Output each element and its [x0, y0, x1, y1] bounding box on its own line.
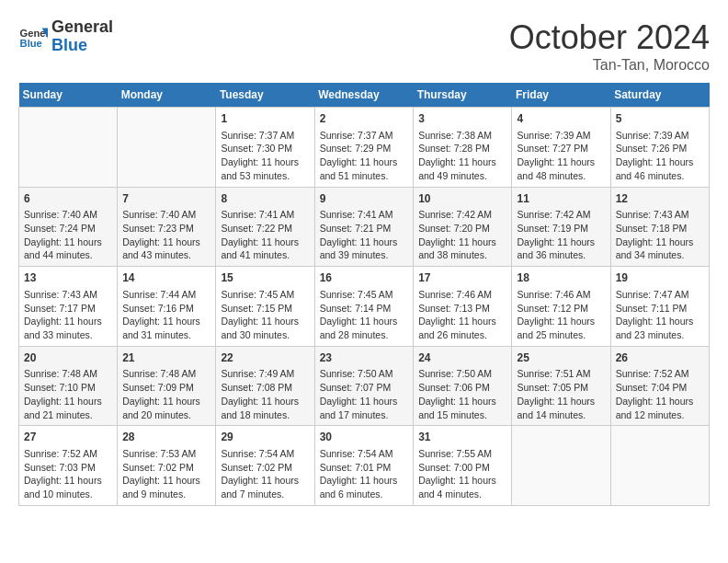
- calendar-week-row: 27 Sunrise: 7:52 AM Sunset: 7:03 PM Dayl…: [19, 426, 710, 506]
- sunrise-text: Sunrise: 7:51 AM: [517, 368, 590, 379]
- sunrise-text: Sunrise: 7:44 AM: [122, 289, 196, 300]
- sunrise-text: Sunrise: 7:45 AM: [320, 289, 393, 300]
- sunset-text: Sunset: 7:29 PM: [320, 143, 392, 154]
- sunrise-text: Sunrise: 7:38 AM: [418, 130, 492, 141]
- day-number: 4: [517, 111, 605, 127]
- weekday-header: Saturday: [610, 83, 709, 108]
- sunset-text: Sunset: 7:03 PM: [24, 462, 96, 473]
- daylight-text: Daylight: 11 hours and 12 minutes.: [616, 396, 694, 420]
- daylight-text: Daylight: 11 hours and 20 minutes.: [122, 396, 200, 420]
- logo-text-general: General: [51, 18, 113, 37]
- sunset-text: Sunset: 7:23 PM: [122, 223, 194, 234]
- calendar-week-row: 1 Sunrise: 7:37 AM Sunset: 7:30 PM Dayli…: [19, 108, 710, 188]
- weekday-header: Tuesday: [216, 83, 314, 108]
- calendar-cell: 17 Sunrise: 7:46 AM Sunset: 7:13 PM Dayl…: [414, 267, 512, 347]
- day-number: 10: [418, 191, 506, 207]
- title-block: October 2024 Tan-Tan, Morocco: [509, 18, 710, 74]
- sunset-text: Sunset: 7:04 PM: [616, 382, 688, 393]
- sunrise-text: Sunrise: 7:41 AM: [221, 209, 294, 220]
- sunset-text: Sunset: 7:08 PM: [221, 382, 292, 393]
- day-number: 1: [221, 111, 309, 127]
- day-number: 31: [418, 430, 506, 445]
- sunrise-text: Sunrise: 7:47 AM: [616, 289, 689, 300]
- daylight-text: Daylight: 11 hours and 51 minutes.: [320, 156, 398, 181]
- svg-text:Blue: Blue: [20, 38, 42, 49]
- sunset-text: Sunset: 7:28 PM: [418, 143, 490, 154]
- calendar-cell: 7 Sunrise: 7:40 AM Sunset: 7:23 PM Dayli…: [118, 187, 216, 267]
- calendar-cell: 24 Sunrise: 7:50 AM Sunset: 7:06 PM Dayl…: [414, 346, 512, 426]
- day-number: 11: [517, 191, 605, 207]
- sunrise-text: Sunrise: 7:37 AM: [221, 130, 294, 141]
- day-number: 30: [320, 430, 409, 445]
- daylight-text: Daylight: 11 hours and 41 minutes.: [221, 236, 299, 261]
- daylight-text: Daylight: 11 hours and 9 minutes.: [122, 475, 200, 500]
- calendar-cell: 8 Sunrise: 7:41 AM Sunset: 7:22 PM Dayli…: [216, 187, 314, 267]
- day-number: 17: [418, 270, 506, 286]
- daylight-text: Daylight: 11 hours and 30 minutes.: [221, 316, 299, 340]
- sunrise-text: Sunrise: 7:49 AM: [221, 368, 294, 379]
- calendar-cell: [610, 426, 709, 506]
- day-number: 19: [616, 270, 704, 286]
- daylight-text: Daylight: 11 hours and 34 minutes.: [616, 236, 694, 261]
- daylight-text: Daylight: 11 hours and 25 minutes.: [517, 316, 595, 340]
- weekday-header: Sunday: [19, 83, 118, 108]
- daylight-text: Daylight: 11 hours and 17 minutes.: [320, 396, 398, 420]
- sunset-text: Sunset: 7:17 PM: [24, 303, 96, 314]
- calendar-week-row: 6 Sunrise: 7:40 AM Sunset: 7:24 PM Dayli…: [19, 187, 710, 267]
- calendar-cell: 9 Sunrise: 7:41 AM Sunset: 7:21 PM Dayli…: [314, 187, 414, 267]
- calendar-cell: 5 Sunrise: 7:39 AM Sunset: 7:26 PM Dayli…: [610, 108, 709, 188]
- day-number: 25: [517, 350, 605, 366]
- calendar-table: SundayMondayTuesdayWednesdayThursdayFrid…: [18, 83, 710, 506]
- day-number: 28: [122, 430, 210, 445]
- sunrise-text: Sunrise: 7:50 AM: [418, 368, 492, 379]
- daylight-text: Daylight: 11 hours and 31 minutes.: [122, 316, 200, 340]
- daylight-text: Daylight: 11 hours and 53 minutes.: [221, 156, 299, 181]
- sunset-text: Sunset: 7:00 PM: [418, 462, 490, 473]
- day-number: 15: [221, 270, 309, 286]
- calendar-cell: 30 Sunrise: 7:54 AM Sunset: 7:01 PM Dayl…: [314, 426, 414, 506]
- daylight-text: Daylight: 11 hours and 21 minutes.: [24, 396, 102, 420]
- sunrise-text: Sunrise: 7:39 AM: [517, 130, 590, 141]
- sunrise-text: Sunrise: 7:45 AM: [221, 289, 294, 300]
- calendar-cell: [512, 426, 610, 506]
- daylight-text: Daylight: 11 hours and 10 minutes.: [24, 475, 102, 500]
- sunset-text: Sunset: 7:12 PM: [517, 303, 588, 314]
- calendar-cell: 6 Sunrise: 7:40 AM Sunset: 7:24 PM Dayli…: [19, 187, 118, 267]
- calendar-cell: 28 Sunrise: 7:53 AM Sunset: 7:02 PM Dayl…: [118, 426, 216, 506]
- day-number: 9: [320, 191, 409, 207]
- weekday-header: Wednesday: [314, 83, 414, 108]
- daylight-text: Daylight: 11 hours and 44 minutes.: [24, 236, 102, 261]
- sunset-text: Sunset: 7:14 PM: [320, 303, 392, 314]
- calendar-week-row: 13 Sunrise: 7:43 AM Sunset: 7:17 PM Dayl…: [19, 267, 710, 347]
- sunset-text: Sunset: 7:30 PM: [221, 143, 292, 154]
- sunrise-text: Sunrise: 7:41 AM: [320, 209, 393, 220]
- sunrise-text: Sunrise: 7:42 AM: [517, 209, 590, 220]
- sunrise-text: Sunrise: 7:54 AM: [221, 448, 294, 459]
- calendar-cell: 21 Sunrise: 7:48 AM Sunset: 7:09 PM Dayl…: [118, 346, 216, 426]
- day-number: 22: [221, 350, 309, 366]
- day-number: 7: [122, 191, 210, 207]
- day-number: 20: [24, 350, 112, 366]
- calendar-cell: 16 Sunrise: 7:45 AM Sunset: 7:14 PM Dayl…: [314, 267, 414, 347]
- daylight-text: Daylight: 11 hours and 6 minutes.: [320, 475, 398, 500]
- daylight-text: Daylight: 11 hours and 43 minutes.: [122, 236, 200, 261]
- sunrise-text: Sunrise: 7:54 AM: [320, 448, 393, 459]
- sunset-text: Sunset: 7:16 PM: [122, 303, 194, 314]
- sunset-text: Sunset: 7:18 PM: [616, 223, 688, 234]
- sunset-text: Sunset: 7:05 PM: [517, 382, 588, 393]
- calendar-cell: [118, 108, 216, 188]
- daylight-text: Daylight: 11 hours and 26 minutes.: [418, 316, 496, 340]
- sunset-text: Sunset: 7:09 PM: [122, 382, 194, 393]
- sunrise-text: Sunrise: 7:39 AM: [616, 130, 689, 141]
- sunrise-text: Sunrise: 7:37 AM: [320, 130, 393, 141]
- daylight-text: Daylight: 11 hours and 36 minutes.: [517, 236, 595, 261]
- daylight-text: Daylight: 11 hours and 18 minutes.: [221, 396, 299, 420]
- day-number: 21: [122, 350, 210, 366]
- sunset-text: Sunset: 7:22 PM: [221, 223, 292, 234]
- calendar-cell: 10 Sunrise: 7:42 AM Sunset: 7:20 PM Dayl…: [414, 187, 512, 267]
- calendar-cell: 12 Sunrise: 7:43 AM Sunset: 7:18 PM Dayl…: [610, 187, 709, 267]
- sunset-text: Sunset: 7:20 PM: [418, 223, 490, 234]
- day-number: 16: [320, 270, 409, 286]
- sunset-text: Sunset: 7:13 PM: [418, 303, 490, 314]
- daylight-text: Daylight: 11 hours and 15 minutes.: [418, 396, 496, 420]
